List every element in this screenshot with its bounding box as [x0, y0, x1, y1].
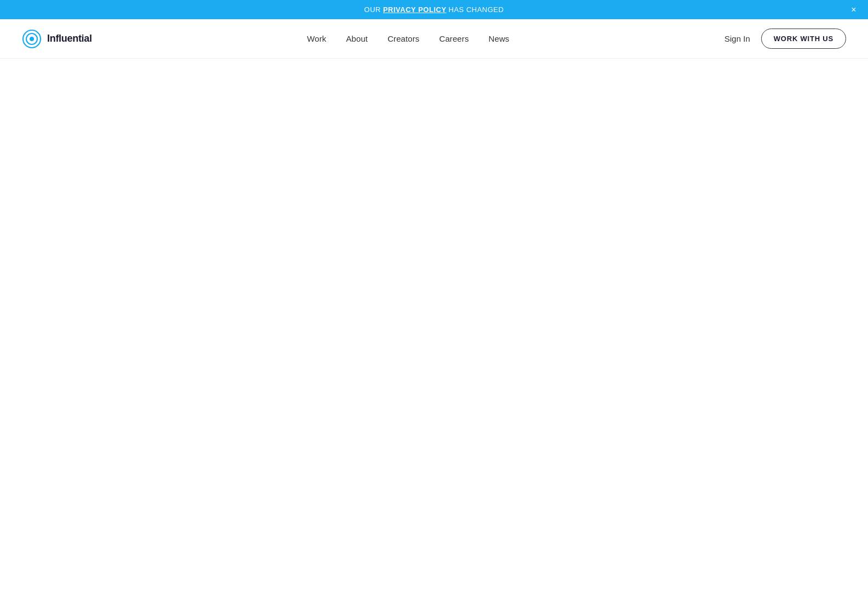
announcement-bar: OUR PRIVACY POLICY HAS CHANGED ×: [0, 0, 868, 19]
svg-point-2: [30, 37, 34, 41]
nav-item-careers[interactable]: Careers: [439, 34, 469, 44]
nav-link-news[interactable]: News: [489, 34, 510, 43]
logo-text: Influential: [47, 33, 92, 44]
work-with-us-button[interactable]: WORK WITH US: [761, 29, 846, 49]
nav-item-about[interactable]: About: [346, 34, 368, 44]
logo-link[interactable]: Influential: [22, 29, 92, 49]
nav-link-work[interactable]: Work: [307, 34, 326, 43]
navbar: Influential Work About Creators Careers …: [0, 19, 868, 59]
nav-link-about[interactable]: About: [346, 34, 368, 43]
main-content: [0, 59, 868, 603]
sign-in-link[interactable]: Sign In: [724, 34, 750, 43]
announcement-close-button[interactable]: ×: [848, 4, 859, 15]
privacy-policy-link[interactable]: PRIVACY POLICY: [383, 5, 447, 14]
nav-item-work[interactable]: Work: [307, 34, 326, 44]
nav-item-news[interactable]: News: [489, 34, 510, 44]
logo-icon: [22, 29, 42, 49]
nav-link-creators[interactable]: Creators: [387, 34, 419, 43]
nav-item-creators[interactable]: Creators: [387, 34, 419, 44]
nav-links: Work About Creators Careers News: [307, 34, 509, 44]
announcement-suffix: HAS CHANGED: [449, 5, 504, 14]
announcement-text: OUR PRIVACY POLICY HAS CHANGED: [364, 5, 504, 14]
nav-link-careers[interactable]: Careers: [439, 34, 469, 43]
nav-actions: Sign In WORK WITH US: [724, 29, 846, 49]
announcement-prefix: OUR: [364, 5, 381, 14]
